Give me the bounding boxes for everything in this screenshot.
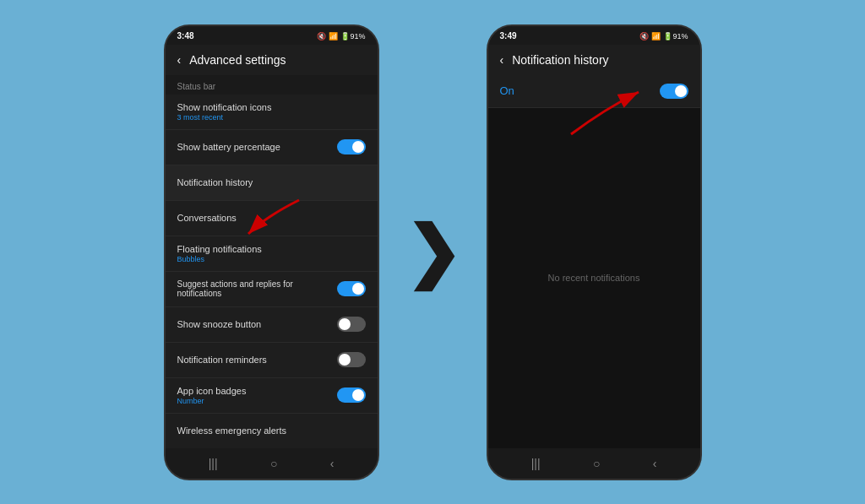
show-battery-text: Show battery percentage [177,142,280,152]
chevron-separator: ❯ [405,219,461,286]
app-icon-badges-text: App icon badges Number [177,386,247,405]
left-header: ‹ Advanced settings [166,45,378,75]
suggest-actions-text: Suggest actions and replies for notifica… [177,279,337,298]
next-chevron-icon: ❯ [405,219,461,286]
no-notifications: No recent notifications [488,108,700,448]
notif-on-label: On [500,84,514,97]
left-nav-recent[interactable]: ||| [209,457,218,470]
floating-notifications-item[interactable]: Floating notifications Bubbles [166,236,378,272]
app-icon-badges-item[interactable]: App icon badges Number [166,378,378,414]
right-status-bar: 3:49 🔇 📶 🔋91% [488,26,700,45]
suggest-actions-label: Suggest actions and replies for notifica… [177,279,337,298]
left-status-icons: 🔇 📶 🔋91% [317,32,365,41]
show-notification-icons-text: Show notification icons 3 most recent [177,102,272,122]
show-snooze-item[interactable]: Show snooze button [166,307,378,343]
wireless-emergency-item[interactable]: Wireless emergency alerts [166,414,378,448]
show-snooze-label: Show snooze button [177,319,262,329]
left-nav-back[interactable]: ‹ [330,457,335,470]
right-phone-wrapper: 3:49 🔇 📶 🔋91% ‹ Notification history On [487,24,702,480]
notif-history-toggle[interactable] [660,84,688,99]
right-screen-content: On No recent notifications [488,75,700,448]
right-back-button[interactable]: ‹ [500,53,504,67]
right-signal-icon: 🔇 [639,32,649,41]
notification-reminders-label: Notification reminders [177,355,267,365]
left-bottom-nav: ||| ○ ‹ [166,448,378,479]
left-signal-icon: 🔇 [317,32,326,41]
left-phone: 3:48 🔇 📶 🔋91% ‹ Advanced settings Status… [164,24,379,480]
suggest-actions-item[interactable]: Suggest actions and replies for notifica… [166,272,378,307]
conversations-label: Conversations [177,213,237,223]
suggest-actions-toggle[interactable] [337,281,366,296]
left-wifi-icon: 📶 [329,32,338,41]
show-notification-icons-item[interactable]: Show notification icons 3 most recent [166,95,378,130]
left-header-title: Advanced settings [189,53,286,67]
show-battery-label: Show battery percentage [177,142,280,152]
right-battery-icon: 🔋91% [663,32,688,41]
right-time: 3:49 [500,31,517,41]
notif-on-row[interactable]: On [488,75,700,108]
conversations-text: Conversations [177,213,237,223]
section-status-bar: Status bar [166,75,378,95]
left-nav-home[interactable]: ○ [270,457,277,470]
right-phone: 3:49 🔇 📶 🔋91% ‹ Notification history On [487,24,702,480]
right-header-title: Notification history [512,53,608,67]
right-status-icons: 🔇 📶 🔋91% [639,32,688,41]
conversations-item[interactable]: Conversations [166,201,378,236]
notification-reminders-text: Notification reminders [177,355,267,365]
right-wifi-icon: 📶 [651,32,661,41]
notification-history-text: Notification history [177,177,253,187]
left-status-bar: 3:48 🔇 📶 🔋91% [166,26,378,45]
right-nav-back[interactable]: ‹ [653,457,657,470]
floating-notifications-text: Floating notifications Bubbles [177,244,262,263]
notification-history-item[interactable]: Notification history [166,165,378,201]
left-phone-wrapper: 3:48 🔇 📶 🔋91% ‹ Advanced settings Status… [164,24,379,480]
show-snooze-toggle[interactable] [337,317,366,332]
show-notification-icons-label: Show notification icons [177,102,272,112]
left-screen-content: Status bar Show notification icons 3 mos… [166,75,378,448]
app-icon-badges-sublabel: Number [177,397,247,405]
show-snooze-text: Show snooze button [177,319,262,329]
left-back-button[interactable]: ‹ [177,53,182,67]
floating-notifications-label: Floating notifications [177,244,262,254]
right-nav-home[interactable]: ○ [593,457,600,470]
floating-notifications-sublabel: Bubbles [177,255,262,263]
right-nav-recent[interactable]: ||| [531,457,541,470]
notification-reminders-toggle[interactable] [337,352,366,367]
right-bottom-nav: ||| ○ ‹ [488,448,700,479]
notification-reminders-item[interactable]: Notification reminders [166,343,378,378]
scene: 3:48 🔇 📶 🔋91% ‹ Advanced settings Status… [0,0,865,504]
left-battery-icon: 🔋91% [340,32,365,41]
show-battery-toggle[interactable] [337,139,366,154]
app-icon-badges-toggle[interactable] [337,387,366,403]
left-time: 3:48 [177,31,194,41]
notification-history-label: Notification history [177,177,253,187]
app-icon-badges-label: App icon badges [177,386,247,396]
right-header: ‹ Notification history [488,45,700,75]
show-battery-percentage-item[interactable]: Show battery percentage [166,130,378,165]
no-notifications-label: No recent notifications [548,273,640,283]
wireless-emergency-label: Wireless emergency alerts [177,425,287,436]
show-notification-icons-sublabel: 3 most recent [177,113,272,122]
